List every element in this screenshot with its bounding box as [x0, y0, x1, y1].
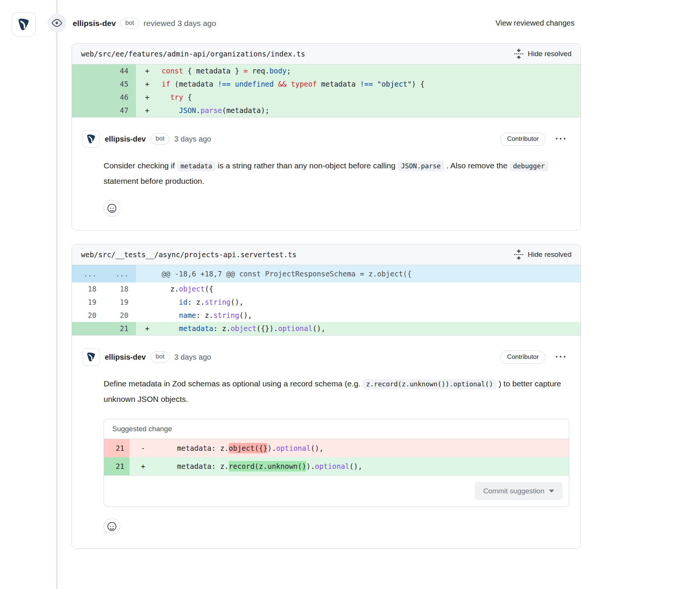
code-segment: &&	[278, 80, 287, 88]
ellipsis-logo-icon	[85, 133, 97, 145]
line-number	[72, 91, 104, 104]
comment-avatar[interactable]	[83, 348, 100, 366]
code-segment: .	[196, 106, 200, 114]
code-segment: parse	[200, 106, 222, 114]
comment-body: Define metadata in Zod schemas as option…	[104, 376, 569, 407]
comment-author[interactable]: ellipsis-dev	[105, 353, 146, 362]
code-segment: object	[179, 285, 205, 293]
code-line: + metadata: z.record(z.unknown()).option…	[130, 457, 569, 475]
comment-timestamp[interactable]: 3 days ago	[174, 135, 211, 143]
suggestion-row: 21+ metadata: z.record(z.unknown()).opti…	[104, 457, 569, 475]
line-number	[72, 104, 104, 117]
code-segment: : z.	[188, 298, 205, 306]
file-path-link[interactable]: web/src/ee/features/admin-api/organizati…	[81, 50, 305, 58]
code-segment: ;	[287, 67, 291, 75]
line-number-gutter: 21	[72, 322, 136, 335]
diff-row: 2020 name: z.string(),	[72, 309, 581, 322]
code-segment	[162, 298, 179, 306]
code-segment: id	[179, 298, 188, 306]
line-number: 20	[72, 309, 104, 322]
file-header: web/src/__tests__/async/projects-api.ser…	[72, 244, 581, 265]
diff-row: 1818 z.object({	[72, 282, 581, 296]
code-segment	[231, 80, 235, 88]
code-line: + metadata: z.object({}).optional(),	[136, 322, 581, 335]
smiley-icon	[107, 522, 116, 531]
code-segment: metadata	[317, 80, 360, 88]
line-number: 21	[104, 457, 130, 475]
diff-row: 21+ metadata: z.object({}).optional(),	[72, 322, 581, 335]
kebab-icon	[556, 134, 566, 144]
line-number: 18	[72, 282, 104, 296]
review-comment: ellipsis-dev bot 3 days ago Contributor …	[72, 335, 581, 548]
fold-icon	[514, 249, 524, 260]
view-reviewed-changes-link[interactable]: View reviewed changes	[495, 19, 575, 27]
code-segment: (),	[231, 298, 243, 306]
code-segment: (),	[239, 311, 252, 319]
line-number: 21	[104, 439, 130, 457]
kebab-menu-button[interactable]	[556, 352, 566, 362]
code-segment: !==	[218, 80, 231, 88]
code-segment: {	[183, 93, 192, 101]
comment-avatar[interactable]	[83, 130, 100, 148]
eye-icon	[52, 18, 62, 28]
diff-sign: +	[145, 104, 162, 117]
line-number-gutter: 46	[72, 91, 136, 104]
line-number: 44	[104, 64, 136, 78]
code-segment	[162, 106, 179, 114]
ellipsis-logo-icon	[85, 351, 97, 363]
thread-card-1: web/src/ee/features/admin-api/organizati…	[72, 43, 581, 230]
comment-bot-badge: bot	[151, 351, 170, 362]
line-number-gutter: 44	[72, 64, 136, 78]
line-number: ...	[72, 265, 104, 282]
review-author[interactable]: ellipsis-dev	[73, 19, 116, 28]
line-number-gutter: 2020	[72, 309, 136, 322]
diff-row: 1919 id: z.string(),	[72, 296, 581, 309]
code-segment: optional	[276, 444, 311, 452]
bot-badge: bot	[120, 18, 139, 29]
comment-timestamp[interactable]: 3 days ago	[174, 353, 211, 362]
line-number-gutter: 1919	[72, 296, 136, 309]
code-segment: optional	[278, 324, 313, 333]
code-segment: ).	[267, 444, 276, 452]
diff-sign: +	[145, 91, 162, 104]
code-segment: metadata	[179, 324, 214, 333]
line-number	[72, 64, 104, 78]
comment-header: ellipsis-dev bot 3 days ago Contributor	[83, 348, 569, 366]
file-path-link[interactable]: web/src/__tests__/async/projects-api.ser…	[81, 250, 297, 259]
suggestion-row: 21- metadata: z.object({}).optional(),	[104, 439, 569, 457]
commit-suggestion-label: Commit suggestion	[483, 487, 544, 495]
code-segment	[287, 80, 291, 88]
review-meta: reviewed 3 days ago	[144, 19, 216, 28]
diff-sign: +	[141, 457, 160, 475]
ellipsis-logo-icon	[16, 17, 32, 32]
code-segment: metadata: z.	[160, 462, 229, 470]
reaction-button[interactable]	[104, 200, 120, 217]
kebab-icon	[556, 352, 566, 362]
code-segment: (metadata	[170, 80, 218, 88]
diff-row: 47+ JSON.parse(metadata);	[72, 104, 581, 117]
comment-body: Consider checking if metadata is a strin…	[104, 158, 569, 189]
line-number: 19	[104, 296, 136, 309]
code-segment: typeof	[291, 80, 317, 88]
code-segment: undefined	[235, 80, 274, 88]
hide-resolved-button[interactable]: Hide resolved	[514, 49, 572, 59]
commit-suggestion-button[interactable]: Commit suggestion	[475, 482, 562, 500]
line-number-gutter: 1818	[72, 282, 136, 296]
inline-code: debugger	[510, 161, 548, 171]
code-line: + JSON.parse(metadata);	[136, 104, 581, 117]
reaction-button[interactable]	[104, 518, 120, 535]
kebab-menu-button[interactable]	[556, 134, 566, 144]
suggestion-footer: Commit suggestion	[104, 475, 569, 507]
comment-author[interactable]: ellipsis-dev	[105, 135, 146, 143]
review-header: ellipsis-dev bot reviewed 3 days ago	[73, 18, 216, 29]
comment-bot-badge: bot	[151, 133, 170, 144]
hide-resolved-button[interactable]: Hide resolved	[514, 249, 572, 260]
diff-sign: +	[145, 64, 162, 78]
code-segment: metadata: z.	[160, 444, 229, 452]
review-avatar[interactable]	[12, 12, 36, 37]
comment-header: ellipsis-dev bot 3 days ago Contributor	[83, 130, 569, 148]
line-number: 20	[104, 309, 136, 322]
timeline-line	[56, 0, 58, 589]
code-line: z.object({	[136, 282, 581, 296]
code-segment: { metadata }	[183, 67, 243, 75]
